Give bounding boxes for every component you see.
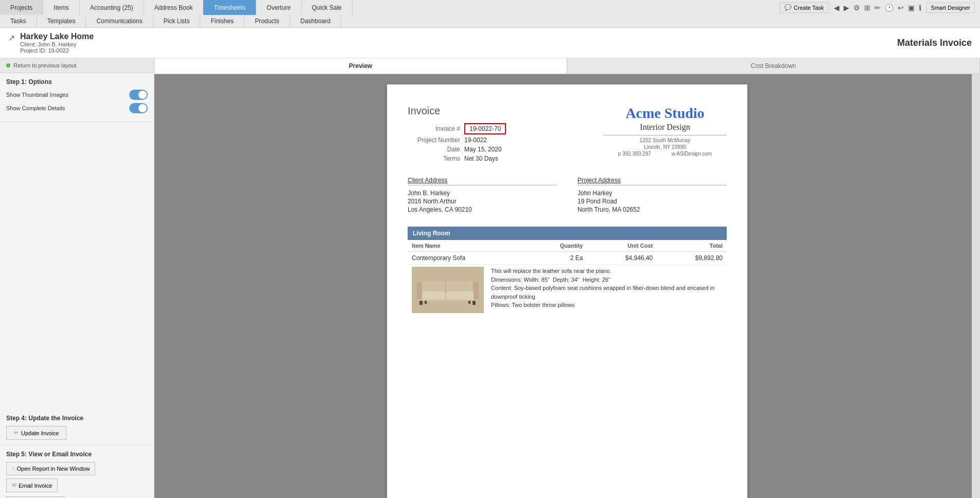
col-total: Total xyxy=(657,240,727,252)
box-icon[interactable]: ▣ xyxy=(907,3,916,13)
step1-title: Step 1: Options xyxy=(6,78,148,85)
client-address-title: Client Address xyxy=(408,177,557,185)
project-number-value: 19-0022 xyxy=(464,136,487,144)
studio-website: w ASIDesign.com xyxy=(672,151,712,157)
clock-icon[interactable]: 🕐 xyxy=(884,3,895,13)
item-description: This will replace the leather sofa near … xyxy=(491,267,723,313)
nav-right-area: 💬 Create Task ◀ ▶ ⚙ ⊞ ✏ 🕐 ↩ ▣ ℹ Smart De… xyxy=(775,0,980,15)
project-city: North Truro, MA 02652 xyxy=(577,206,727,213)
project-address-block: Project Address John Harkey 19 Pond Road… xyxy=(577,177,727,214)
date-value: May 15, 2020 xyxy=(464,146,502,153)
studio-subtitle: Interior Design xyxy=(603,123,727,132)
studio-address: 1202 South McMurray xyxy=(603,138,727,143)
nav-tab-timesheets[interactable]: Timesheets xyxy=(203,0,256,15)
left-sidebar: Return to previous layout Step 1: Option… xyxy=(0,58,154,498)
project-id: Project ID: 19-0022 xyxy=(20,47,94,54)
return-to-previous-button[interactable]: Return to previous layout xyxy=(0,58,154,73)
svg-rect-10 xyxy=(474,282,479,300)
invoice-heading: Invoice xyxy=(408,105,603,117)
col-quantity: Quantity xyxy=(526,240,587,252)
report-title: Materials Invoice xyxy=(897,38,972,48)
show-thumbnails-toggle[interactable] xyxy=(129,90,148,100)
preview-area: Invoice Invoice # 19-0022-70 Project Num… xyxy=(154,74,980,498)
col-unit-cost: Unit Cost xyxy=(587,240,657,252)
grid-icon[interactable]: ⊞ xyxy=(863,3,871,13)
nav-tab-products[interactable]: Products xyxy=(244,15,290,27)
show-complete-toggle[interactable] xyxy=(129,103,148,113)
sofa-image xyxy=(412,267,484,313)
client-name: John B. Harkey xyxy=(408,190,557,197)
item-detail-row: This will replace the leather sofa near … xyxy=(408,265,727,319)
step1-section: Step 1: Options Show Thumbnail Images Sh… xyxy=(0,73,154,122)
step5-section: Step 5: View or Email Invoice ↑ Open Rep… xyxy=(0,445,154,498)
nav-tab-projects[interactable]: Projects xyxy=(0,0,43,15)
nav-tab-dashboard[interactable]: Dashboard xyxy=(290,15,342,27)
invoice-header-row: Invoice Invoice # 19-0022-70 Project Num… xyxy=(408,105,727,164)
edit-icon[interactable]: ✏ xyxy=(873,3,882,13)
upload-icon: ↑ xyxy=(12,466,15,472)
view-email-buttons: ↑ Open Report in New Window ✉ Email Invo… xyxy=(6,462,148,492)
smart-designer-button[interactable]: Smart Designer xyxy=(926,3,975,13)
nav-tab-finishes[interactable]: Finishes xyxy=(200,15,244,27)
project-name: Harkey Lake Home xyxy=(20,32,94,41)
studio-phone: p 392.393.297 xyxy=(618,151,651,157)
nav-icon-group: ◀ ▶ ⚙ ⊞ ✏ 🕐 ↩ ▣ ℹ xyxy=(833,3,922,13)
address-section: Client Address John B. Harkey 2016 North… xyxy=(408,177,727,214)
step4-title: Step 4: Update the Invoice xyxy=(6,415,148,422)
update-invoice-button[interactable]: ✏ Update Invoice xyxy=(6,426,66,440)
table-header-row: Item Name Quantity Unit Cost Total xyxy=(408,240,727,252)
tab-preview[interactable]: Preview xyxy=(154,58,567,74)
invoice-document: Invoice Invoice # 19-0022-70 Project Num… xyxy=(387,84,747,498)
email-icon: ✉ xyxy=(12,482,16,489)
nav-row-2: Tasks Templates Communications Pick List… xyxy=(0,15,980,27)
project-address-title: Project Address xyxy=(577,177,727,185)
room-section: Living Room Item Name Quantity Unit Cost… xyxy=(408,227,727,318)
client-city: Los Angeles, CA 90210 xyxy=(408,206,557,213)
nav-tab-overture[interactable]: Overture xyxy=(256,0,302,15)
step4-section: Step 4: Update the Invoice ✏ Update Invo… xyxy=(0,409,154,445)
top-navigation: Projects Items Accounting (25) Address B… xyxy=(0,0,980,28)
svg-rect-7 xyxy=(421,291,445,299)
right-content: Preview Cost Breakdown Invoice Invoice #… xyxy=(154,58,980,498)
svg-rect-9 xyxy=(417,282,422,300)
main-layout: Return to previous layout Step 1: Option… xyxy=(0,58,980,498)
table-row: Contemporary Sofa 2 Ea $4,946.40 $9,892.… xyxy=(408,252,727,265)
undo-icon[interactable]: ↩ xyxy=(897,3,905,13)
nav-tab-communications[interactable]: Communications xyxy=(86,15,153,27)
show-complete-label: Show Complete Details xyxy=(6,105,65,111)
scrollbar[interactable] xyxy=(972,74,980,498)
nav-tab-quick-sale[interactable]: Quick Sale xyxy=(302,0,353,15)
invoice-fields: Invoice # 19-0022-70 Project Number 19-0… xyxy=(408,123,603,162)
nav-tab-tasks[interactable]: Tasks xyxy=(0,15,37,27)
terms-row: Terms Net 30 Days xyxy=(408,155,603,162)
nav-tab-address-book[interactable]: Address Book xyxy=(144,0,204,15)
project-street: 19 Pond Road xyxy=(577,198,727,205)
nav-tab-pick-lists[interactable]: Pick Lists xyxy=(153,15,201,27)
info-icon[interactable]: ℹ xyxy=(918,3,922,13)
nav-tab-items[interactable]: Items xyxy=(43,0,79,15)
room-header: Living Room xyxy=(408,227,727,240)
content-tabs: Preview Cost Breakdown xyxy=(154,58,980,74)
nav-row-1: Projects Items Accounting (25) Address B… xyxy=(0,0,980,15)
nav-tab-templates[interactable]: Templates xyxy=(37,15,86,27)
item-name-cell: Contemporary Sofa xyxy=(408,252,526,265)
date-label: Date xyxy=(408,146,464,153)
create-task-button[interactable]: 💬 Create Task xyxy=(780,2,829,13)
studio-contact: p 392.393.297 w ASIDesign.com xyxy=(603,151,727,157)
invoice-number-value: 19-0022-70 xyxy=(464,123,506,134)
item-unit-cost-cell: $4,946.40 xyxy=(587,252,657,265)
svg-rect-11 xyxy=(422,281,445,291)
external-link-icon[interactable]: ↗ xyxy=(8,33,15,43)
open-report-button[interactable]: ↑ Open Report in New Window xyxy=(6,462,95,475)
studio-name: Acme Studio xyxy=(603,105,727,122)
gear-icon[interactable]: ⚙ xyxy=(852,3,861,13)
email-invoice-button[interactable]: ✉ Email Invoice xyxy=(6,478,58,492)
svg-rect-8 xyxy=(447,291,476,299)
arrow-right-icon[interactable]: ▶ xyxy=(843,3,850,13)
item-detail-content: This will replace the leather sofa near … xyxy=(412,267,723,313)
arrow-left-icon[interactable]: ◀ xyxy=(833,3,841,13)
nav-tab-accounting[interactable]: Accounting (25) xyxy=(80,0,144,15)
sidebar-spacer xyxy=(0,122,154,409)
tab-cost-breakdown[interactable]: Cost Breakdown xyxy=(567,58,980,74)
item-detail-cell: This will replace the leather sofa near … xyxy=(408,265,727,319)
